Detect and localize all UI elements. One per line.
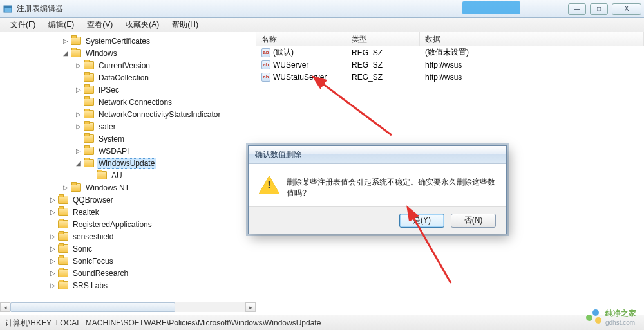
tree-item[interactable]: ▷CurrentVersion (0, 59, 256, 71)
column-header-data[interactable]: 数据 (420, 32, 644, 46)
app-icon (3, 4, 13, 14)
folder-icon (58, 232, 68, 241)
expand-collapse-icon[interactable]: ▷ (49, 233, 57, 241)
tree-item-label: SRS Labs (71, 280, 109, 291)
expand-placeholder (75, 98, 82, 106)
tree-item[interactable]: ▷NetworkConnectivityStatusIndicator (0, 108, 256, 120)
tree-item[interactable]: ◢Windows (0, 47, 256, 59)
tree-item[interactable]: ▷Windows NT (0, 181, 256, 194)
list-body[interactable]: ab(默认)REG_SZ(数值未设置)abWUServerREG_SZhttp:… (256, 46, 644, 83)
registry-tree[interactable]: ▷SystemCertificates◢Windows▷CurrentVersi… (0, 32, 256, 312)
expand-collapse-icon[interactable]: ▷ (75, 62, 82, 69)
value-data: http://wsus (420, 60, 644, 69)
tree-item-label: AU (109, 170, 124, 181)
folder-icon (58, 220, 68, 228)
folder-icon (97, 171, 107, 179)
tree-item-label: DataCollection (97, 73, 151, 83)
menu-favorites[interactable]: 收藏夹(A) (120, 18, 164, 32)
expand-collapse-icon[interactable]: ▷ (49, 208, 57, 216)
column-header-type[interactable]: 类型 (346, 32, 420, 46)
expand-collapse-icon[interactable]: ▷ (49, 270, 57, 277)
tree-item[interactable]: RegisteredApplications (0, 218, 256, 230)
tree-item-label: Sonic (71, 244, 94, 254)
tree-item-label: Network Connections (97, 97, 174, 107)
menu-view[interactable]: 查看(V) (82, 18, 118, 32)
tree-item[interactable]: DataCollection (0, 71, 256, 84)
scroll-thumb[interactable] (10, 302, 175, 312)
tree-item[interactable]: ▷senseshield (0, 230, 256, 243)
tree-item[interactable]: Network Connections (0, 96, 256, 108)
expand-collapse-icon[interactable]: ▷ (62, 37, 70, 45)
confirm-delete-dialog: 确认数值删除 删除某些注册表值会引起系统不稳定。确实要永久删除这些数值吗? 是(… (248, 145, 507, 234)
folder-icon (71, 37, 81, 45)
folder-icon (71, 49, 81, 57)
column-header-name[interactable]: 名称 (256, 32, 346, 46)
yes-button[interactable]: 是(Y) (399, 214, 444, 228)
minimize-button[interactable]: — (568, 3, 586, 15)
watermark-logo-icon (586, 309, 601, 325)
tree-item-label: SoundResearch (71, 268, 130, 279)
expand-collapse-icon[interactable]: ◢ (62, 50, 70, 57)
expand-collapse-icon[interactable]: ▷ (49, 282, 57, 289)
expand-collapse-icon[interactable]: ▷ (75, 147, 82, 155)
tree-item[interactable]: ▷SonicFocus (0, 255, 256, 267)
list-row[interactable]: ab(默认)REG_SZ(数值未设置) (256, 46, 644, 59)
folder-icon (84, 98, 94, 106)
folder-icon (84, 159, 94, 167)
value-type: REG_SZ (346, 48, 420, 57)
folder-icon (84, 110, 94, 118)
svg-rect-1 (4, 6, 12, 8)
list-row[interactable]: abWUServerREG_SZhttp://wsus (256, 59, 644, 71)
expand-collapse-icon[interactable]: ▷ (49, 196, 57, 204)
expand-placeholder (88, 172, 95, 179)
folder-icon (58, 196, 68, 204)
tree-item-label: WindowsUpdate (97, 158, 156, 169)
tree-item-label: WSDAPI (97, 146, 131, 156)
menu-edit[interactable]: 编辑(E) (43, 18, 79, 32)
folder-icon (71, 183, 81, 192)
tree-item[interactable]: ◢WindowsUpdate (0, 157, 256, 169)
maximize-button[interactable]: □ (590, 3, 608, 15)
watermark: 纯净之家 gdhst.com (586, 308, 636, 326)
tree-item-label: senseshield (71, 232, 115, 242)
scroll-left-button[interactable]: ◂ (0, 302, 10, 312)
tree-item-label: IPSec (97, 85, 121, 95)
no-button[interactable]: 否(N) (451, 214, 496, 228)
expand-placeholder (75, 135, 82, 143)
expand-collapse-icon[interactable]: ▷ (49, 245, 57, 253)
status-bar: 计算机\HKEY_LOCAL_MACHINE\SOFTWARE\Policies… (0, 315, 644, 330)
tree-item[interactable]: ▷SystemCertificates (0, 35, 256, 47)
list-row[interactable]: abWUStatuServerREG_SZhttp://wsus (256, 71, 644, 83)
tree-item[interactable]: ▷Realtek (0, 206, 256, 218)
close-button[interactable]: X (612, 3, 641, 15)
reg-string-icon: ab (261, 60, 270, 69)
tree-item-label: QQBrowser (71, 195, 115, 205)
status-path: 计算机\HKEY_LOCAL_MACHINE\SOFTWARE\Policies… (5, 318, 321, 327)
menu-bar: 文件(F) 编辑(E) 查看(V) 收藏夹(A) 帮助(H) (0, 18, 644, 32)
expand-collapse-icon[interactable]: ◢ (75, 160, 82, 167)
tree-horizontal-scrollbar[interactable]: ◂ ▸ (0, 302, 256, 312)
scroll-right-button[interactable]: ▸ (245, 302, 256, 312)
tree-item[interactable]: ▷SoundResearch (0, 267, 256, 279)
watermark-url: gdhst.com (605, 319, 636, 326)
tree-item[interactable]: ▷IPSec (0, 84, 256, 96)
tree-item[interactable]: ▷safer (0, 120, 256, 133)
expand-collapse-icon[interactable]: ▷ (75, 123, 82, 131)
tree-item[interactable]: ▷SRS Labs (0, 279, 256, 291)
tree-item[interactable]: ▷QQBrowser (0, 194, 256, 206)
expand-collapse-icon[interactable]: ▷ (49, 257, 57, 265)
tree-item[interactable]: System (0, 133, 256, 145)
reg-string-icon: ab (261, 73, 270, 82)
value-data: (数值未设置) (420, 47, 644, 58)
tree-item[interactable]: ▷Sonic (0, 243, 256, 255)
expand-collapse-icon[interactable]: ▷ (75, 111, 82, 118)
tree-item[interactable]: ▷WSDAPI (0, 145, 256, 157)
folder-icon (58, 257, 68, 265)
expand-collapse-icon[interactable]: ▷ (62, 184, 70, 192)
tree-item-label: Windows (84, 48, 119, 59)
tree-item[interactable]: AU (0, 169, 256, 181)
list-header[interactable]: 名称 类型 数据 (256, 32, 644, 46)
expand-collapse-icon[interactable]: ▷ (75, 86, 82, 94)
menu-file[interactable]: 文件(F) (5, 18, 41, 32)
menu-help[interactable]: 帮助(H) (167, 18, 204, 32)
